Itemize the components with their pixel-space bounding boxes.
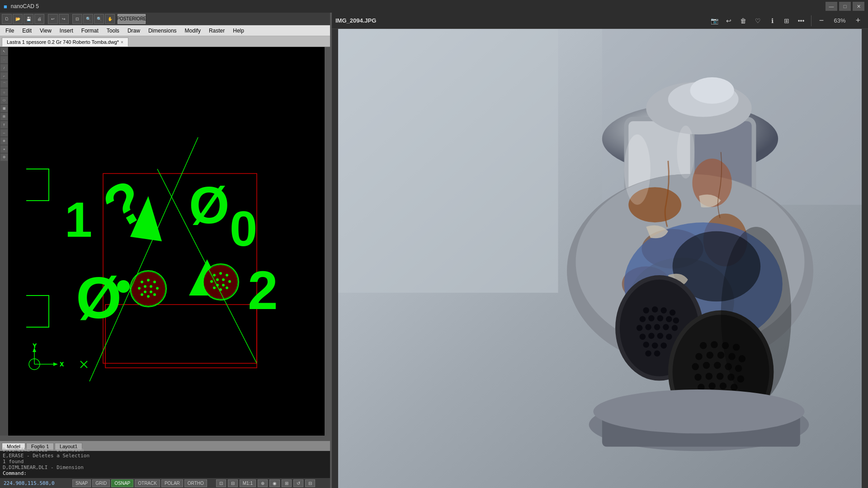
svg-point-79 <box>637 325 643 331</box>
menu-help[interactable]: Help <box>229 26 248 36</box>
hatch-tool[interactable]: ▦ <box>0 105 8 112</box>
svg-point-75 <box>648 315 655 322</box>
svg-text:0: 0 <box>230 201 257 256</box>
undo-button[interactable]: ↩ <box>48 14 58 24</box>
title-bar: ■ nanoCAD 5 — □ ✕ <box>0 0 868 13</box>
menu-format[interactable]: Format <box>78 26 102 36</box>
grid-icon[interactable]: ⊞ <box>780 14 793 27</box>
cad-scrollbar-horizontal[interactable] <box>0 436 330 441</box>
close-button[interactable]: ✕ <box>853 2 864 11</box>
ortho-toggle[interactable]: ORTHO <box>184 479 207 487</box>
otrack-toggle[interactable]: OTRACK <box>135 479 160 487</box>
cad-scrollbar-vertical[interactable] <box>325 47 330 436</box>
drawing-tab[interactable]: Lastra 1 spessore 0.2 Gr 740 Roberto Tom… <box>2 38 128 47</box>
info-icon[interactable]: ℹ <box>766 14 778 27</box>
status-icon-2[interactable]: ⊟ <box>228 479 238 487</box>
svg-point-17 <box>138 287 141 290</box>
new-button[interactable]: 🗋 <box>2 14 12 24</box>
status-icon-4[interactable]: ◉ <box>269 479 280 487</box>
svg-point-74 <box>640 316 646 322</box>
rotate-icon[interactable]: ↩ <box>722 14 735 27</box>
svg-point-71 <box>652 306 658 313</box>
svg-text:2: 2 <box>248 260 278 320</box>
circle-tool[interactable]: ○ <box>0 89 8 96</box>
zoom-out-icon[interactable]: − <box>815 14 828 27</box>
layer-dropdown[interactable]: POSTERIORE <box>117 16 146 21</box>
svg-point-18 <box>144 285 146 288</box>
svg-rect-0 <box>8 101 325 381</box>
svg-point-89 <box>652 343 658 349</box>
block-tool[interactable]: ⊞ <box>0 113 8 120</box>
svg-point-29 <box>219 272 222 275</box>
point-tool[interactable]: · <box>0 56 8 63</box>
polyline-tool[interactable]: ⌐ <box>0 72 8 80</box>
coordinates-display: 224.908,115.508,0 <box>4 480 67 486</box>
dim-tool[interactable]: ↔ <box>0 129 8 136</box>
status-icon-7[interactable]: ⊟ <box>305 479 315 487</box>
text-tool[interactable]: T <box>0 121 8 128</box>
svg-text:Y: Y <box>33 343 37 348</box>
svg-point-39 <box>222 284 225 286</box>
command-line-3: 1 found <box>3 459 327 465</box>
delete-icon[interactable]: 🗑 <box>737 14 750 27</box>
menu-file[interactable]: File <box>2 26 18 36</box>
image-content[interactable] <box>332 29 868 488</box>
open-button[interactable]: 📂 <box>13 14 23 24</box>
zoom-in-icon[interactable]: + <box>852 14 864 27</box>
svg-point-96 <box>711 341 718 348</box>
left-tool-panel: ↖ · / ⌐ ⌒ ○ ⬭ ▦ ⊞ T ↔ ⊕ ≡ ⚙ <box>0 47 8 436</box>
status-icon-6[interactable]: ↺ <box>293 479 303 487</box>
image-panel: IMG_2094.JPG 📷 ↩ 🗑 ♡ ℹ ⊞ ••• − 63% + <box>332 13 868 488</box>
snap-toggle[interactable]: SNAP <box>72 479 91 487</box>
select-tool[interactable]: ↖ <box>0 48 8 55</box>
snap-tool[interactable]: ⊕ <box>0 137 8 145</box>
maximize-button[interactable]: □ <box>839 2 851 11</box>
menu-tools[interactable]: Tools <box>103 26 123 36</box>
svg-point-30 <box>226 274 228 277</box>
save-button[interactable]: 💾 <box>24 14 33 24</box>
command-prompt[interactable]: Command: <box>3 470 327 476</box>
menu-dimensions[interactable]: Dimensions <box>145 26 180 36</box>
prop-tool[interactable]: ⚙ <box>0 154 8 161</box>
cad-canvas[interactable]: Ø 1 ? <box>8 47 325 436</box>
title-bar-controls[interactable]: — □ ✕ <box>826 2 864 11</box>
command-line-2: E,ERASE - Deletes a Selection <box>3 453 327 459</box>
status-icon-5[interactable]: ⊞ <box>282 479 292 487</box>
menu-modify[interactable]: Modify <box>181 26 204 36</box>
print-button[interactable]: 🖨 <box>34 14 44 24</box>
favorite-icon[interactable]: ♡ <box>751 14 764 27</box>
menu-draw[interactable]: Draw <box>124 26 144 36</box>
menu-edit[interactable]: Edit <box>19 26 35 36</box>
drawing-tab-close[interactable]: × <box>121 40 123 45</box>
minimize-button[interactable]: — <box>826 2 837 11</box>
status-icon-3[interactable]: ⊕ <box>258 479 268 487</box>
svg-text:Ø: Ø <box>189 176 229 234</box>
arc-tool[interactable]: ⌒ <box>0 80 8 88</box>
zoom-in-button[interactable]: 🔍 <box>83 14 93 24</box>
cad-menubar: File Edit View Insert Format Tools Draw … <box>0 25 330 36</box>
svg-point-23 <box>153 293 156 296</box>
polar-toggle[interactable]: POLAR <box>161 479 183 487</box>
line-tool[interactable]: / <box>0 64 8 71</box>
zoom-out-button[interactable]: 🔍 <box>94 14 104 24</box>
svg-point-31 <box>210 280 213 283</box>
svg-point-33 <box>222 278 225 281</box>
ellipse-tool[interactable]: ⬭ <box>0 97 8 104</box>
menu-view[interactable]: View <box>36 26 55 36</box>
redo-button[interactable]: ↪ <box>59 14 69 24</box>
osnap-toggle[interactable]: OSNAP <box>111 479 133 487</box>
layer-tool[interactable]: ≡ <box>0 145 8 153</box>
svg-point-14 <box>141 281 143 283</box>
menu-raster[interactable]: Raster <box>205 26 228 36</box>
grid-toggle[interactable]: GRID <box>92 479 110 487</box>
svg-text:X: X <box>60 361 64 367</box>
camera-icon[interactable]: 📷 <box>708 14 721 27</box>
pan-button[interactable]: ✋ <box>105 14 115 24</box>
more-icon[interactable]: ••• <box>795 14 807 27</box>
svg-point-90 <box>660 343 667 349</box>
zoom-extent-button[interactable]: ⊡ <box>72 14 82 24</box>
menu-insert[interactable]: Insert <box>56 26 77 36</box>
svg-point-15 <box>147 279 150 282</box>
svg-point-22 <box>147 295 150 298</box>
status-icon-1[interactable]: ⊡ <box>216 479 226 487</box>
